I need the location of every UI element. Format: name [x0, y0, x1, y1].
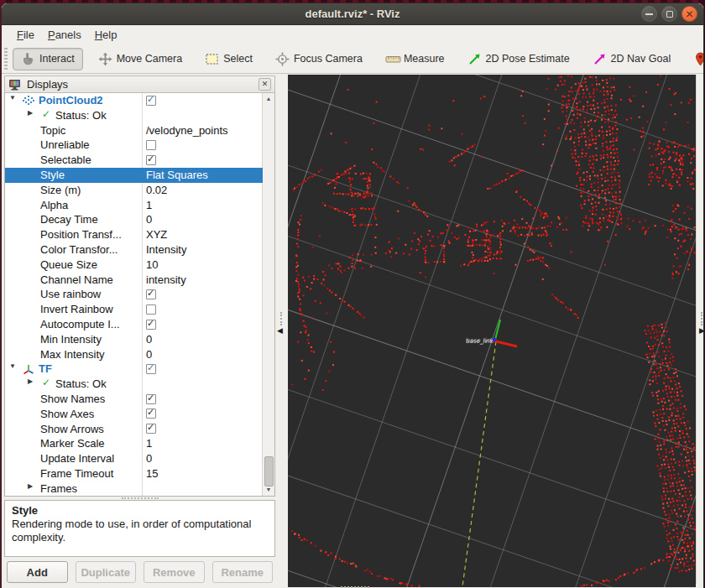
tool-measure[interactable]: Measure [378, 49, 452, 70]
add-button[interactable]: Add [7, 561, 68, 583]
row-label: Decay Time [40, 213, 98, 226]
tool-move-camera[interactable]: Move Camera [91, 49, 191, 70]
row-value[interactable]: 0 [146, 452, 152, 466]
tree-row-status-ok[interactable]: ▶✓Status: Ok [5, 108, 263, 123]
menu-file[interactable]: File [10, 26, 41, 44]
expand-arrow-icon[interactable]: ▶ [28, 109, 33, 117]
collapse-arrow-icon[interactable]: ▼ [9, 362, 16, 370]
scrollbar-down-icon[interactable]: ▼ [263, 484, 274, 496]
displays-panel-header[interactable]: Displays ✕ [4, 75, 275, 93]
collapse-arrow-icon[interactable]: ▼ [9, 94, 16, 101]
row-label: Selectable [40, 154, 91, 167]
row-value[interactable]: 0.02 [146, 184, 167, 197]
checkbox-selectable[interactable]: ✓ [146, 155, 156, 165]
tree-row-selectable[interactable]: Selectable✓ [5, 153, 263, 168]
row-value[interactable]: 1 [146, 199, 152, 212]
tree-row-show-arrows[interactable]: Show Arrows✓ [5, 422, 263, 437]
checkbox-show-arrows[interactable]: ✓ [146, 424, 156, 434]
checkbox-invert-rainbow[interactable] [146, 304, 156, 315]
row-value[interactable]: Intensity [146, 243, 186, 257]
checkbox-unreliable[interactable] [146, 140, 156, 150]
maximize-button[interactable] [661, 6, 677, 22]
scrollbar-thumb[interactable] [264, 456, 274, 487]
tree-row-invert-rainbow[interactable]: Invert Rainbow [5, 302, 263, 317]
row-value[interactable]: 0 [146, 333, 152, 346]
tool-interact[interactable]: Interact [13, 48, 83, 70]
tree-row-queue-size[interactable]: Queue Size10 [5, 258, 263, 273]
row-name-cell: Min Intensity [5, 332, 142, 347]
tree-row-style[interactable]: StyleFlat Squares [5, 168, 263, 183]
tree-row-pointcloud2[interactable]: ▼PointCloud2✓ [5, 93, 263, 108]
expand-arrow-icon[interactable]: ▶ [28, 482, 33, 490]
menu-panels[interactable]: Panels [41, 26, 88, 44]
3d-viewport[interactable] [288, 75, 696, 587]
tree-row-autocompute-i-[interactable]: Autocompute I...✓ [5, 317, 263, 332]
tool-publish-point[interactable]: Publish Point [686, 49, 704, 70]
row-value[interactable]: 1 [146, 437, 152, 450]
pin-icon [693, 52, 704, 66]
tree-row-topic[interactable]: Topic/velodyne_points [5, 123, 263, 138]
row-label: Size (m) [40, 184, 81, 197]
tree-row-status-ok[interactable]: ▶✓Status: Ok [5, 377, 263, 392]
splitter-dots [701, 312, 703, 325]
checkbox-autocompute-i-[interactable]: ✓ [146, 320, 156, 330]
row-value[interactable]: 15 [146, 467, 158, 481]
row-value[interactable]: 10 [146, 258, 158, 272]
tree-row-frames[interactable]: ▶Frames [5, 481, 263, 497]
row-label: Topic [40, 124, 65, 138]
tree-row-tf[interactable]: ▼TF✓ [5, 362, 263, 377]
tree-row-min-intensity[interactable]: Min Intensity0 [5, 332, 263, 347]
row-value[interactable]: intensity [146, 273, 186, 287]
checkbox-pointcloud2[interactable]: ✓ [146, 96, 156, 106]
tree-row-marker-scale[interactable]: Marker Scale1 [5, 436, 263, 451]
tree-row-use-rainbow[interactable]: Use rainbow✓ [5, 287, 263, 302]
row-value[interactable]: /velodyne_points [146, 124, 228, 138]
tool-2d-pose-estimate[interactable]: 2D Pose Estimate [460, 49, 577, 70]
checkbox-show-axes[interactable]: ✓ [146, 408, 156, 419]
checkbox-show-names[interactable]: ✓ [146, 394, 156, 404]
tree-row-update-interval[interactable]: Update Interval0 [5, 451, 263, 466]
menu-help[interactable]: Help [88, 26, 124, 44]
collapse-left-icon[interactable]: ◀ [277, 326, 283, 335]
left-splitter[interactable]: ◀ [275, 75, 288, 584]
titlebar[interactable]: default.rviz* - RViz ✕ [2, 3, 703, 25]
collapse-right-icon[interactable]: ▶ [699, 326, 704, 335]
tree-row-position-transf-[interactable]: Position Transf...XYZ [5, 227, 263, 242]
3d-viewport-canvas[interactable] [288, 75, 696, 587]
tree-row-show-axes[interactable]: Show Axes✓ [5, 407, 263, 422]
checkbox-use-rainbow[interactable]: ✓ [146, 289, 156, 299]
row-value[interactable]: 0 [146, 348, 152, 362]
tree-row-show-names[interactable]: Show Names✓ [5, 392, 263, 407]
row-label: Show Arrows [40, 423, 104, 436]
tree-scrollbar[interactable]: ▲ ▼ [262, 93, 274, 496]
row-value[interactable]: Flat Squares [146, 169, 208, 182]
row-name-cell: Max Intensity [5, 347, 142, 362]
toolbar-drag-handle[interactable] [4, 48, 8, 70]
tree-row-max-intensity[interactable]: Max Intensity0 [5, 347, 263, 362]
tree-row-alpha[interactable]: Alpha1 [5, 198, 263, 213]
select-icon [205, 52, 219, 66]
tree-row-color-transfor-[interactable]: Color Transfor...Intensity [5, 242, 263, 258]
tree-row-size-m-[interactable]: Size (m)0.02 [5, 183, 263, 198]
tool-2d-nav-goal[interactable]: 2D Nav Goal [585, 49, 679, 70]
row-label: Queue Size [40, 258, 97, 272]
right-splitter[interactable]: ▶ [696, 75, 703, 584]
row-name-cell: Show Names [5, 392, 142, 407]
tree-row-frame-timeout[interactable]: Frame Timeout15 [5, 466, 263, 481]
tree-row-channel-name[interactable]: Channel Nameintensity [5, 273, 263, 288]
tree-row-decay-time[interactable]: Decay Time0 [5, 212, 263, 227]
panel-close-icon[interactable]: ✕ [258, 78, 271, 91]
tool-focus-camera[interactable]: Focus Camera [268, 49, 370, 70]
row-value[interactable]: 0 [146, 213, 152, 226]
minimize-button[interactable] [641, 6, 657, 22]
tool-select[interactable]: Select [197, 49, 260, 70]
expand-arrow-icon[interactable]: ▶ [28, 377, 33, 385]
tree-row-unreliable[interactable]: Unreliable [5, 138, 263, 153]
scrollbar-up-icon[interactable]: ▲ [263, 93, 274, 105]
row-name-cell: ▼TF [5, 362, 142, 377]
status-ok-icon: ✓ [42, 108, 50, 120]
row-value[interactable]: XYZ [146, 228, 167, 242]
pointcloud-icon [23, 95, 34, 107]
close-button[interactable]: ✕ [682, 6, 697, 22]
checkbox-tf[interactable]: ✓ [146, 364, 156, 374]
